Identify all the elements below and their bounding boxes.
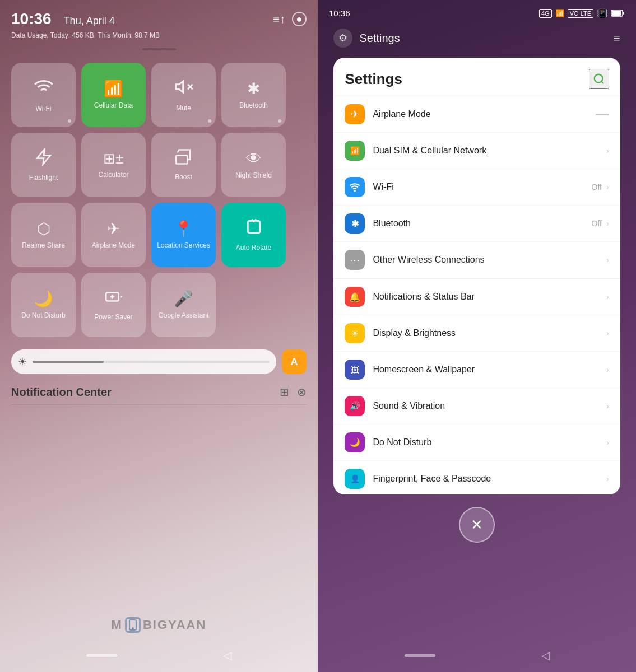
close-icon: ✕	[471, 516, 483, 534]
settings-menu-icon[interactable]: ≡	[614, 32, 620, 45]
vibrate-icon: 📳	[597, 8, 608, 18]
search-button[interactable]	[589, 69, 609, 89]
homescreen-chevron: ›	[606, 365, 609, 374]
auto-brightness-button[interactable]: A	[282, 349, 307, 374]
notification-clear-icon[interactable]: ⊗	[297, 385, 307, 399]
svg-rect-15	[623, 12, 624, 15]
tile-dnd[interactable]: 🌙 Do Not Disturb	[11, 273, 76, 337]
vo-lte-icon: VO LTE	[568, 9, 593, 18]
notification-center-title: Notification Center	[11, 386, 112, 399]
tile-airplane[interactable]: ✈ Airplane Mode	[81, 203, 146, 267]
record-icon: ●	[292, 12, 307, 26]
realme-icon: ⬡	[37, 220, 50, 238]
settings-item-dnd[interactable]: 🌙 Do Not Disturb ›	[333, 424, 620, 461]
boost-icon	[175, 148, 192, 170]
wifi-icon	[34, 77, 54, 101]
watermark: M BIGYAAN	[112, 617, 207, 633]
home-pill-right[interactable]	[405, 654, 435, 657]
svg-point-12	[132, 628, 133, 629]
brightness-track[interactable]	[33, 361, 270, 363]
watermark-phone-icon	[125, 617, 141, 633]
chevron-icon: ›	[606, 329, 609, 338]
settings-item-fingerprint[interactable]: 👤 Fingerprint, Face & Passcode ›	[333, 461, 620, 494]
status-icons-left: ≡↑ ●	[273, 12, 307, 26]
tile-realme-label: Realme Share	[22, 241, 65, 250]
date-left: Thu, April 4	[64, 15, 115, 27]
chevron-icon: ›	[606, 146, 609, 155]
tile-google-assistant[interactable]: 🎤 Google Assistant	[151, 273, 216, 337]
fingerprint-chevron: ›	[606, 474, 609, 483]
settings-item-airplane[interactable]: ✈ Airplane Mode	[333, 96, 620, 133]
tile-wifi[interactable]: Wi-Fi	[11, 63, 76, 127]
tile-cellular[interactable]: 📶 Cellular Data	[81, 63, 146, 127]
tile-bluetooth-label: Bluetooth	[239, 101, 268, 110]
home-pill-left[interactable]	[86, 654, 117, 657]
settings-item-display[interactable]: ☀ Display & Brightness ›	[333, 315, 620, 352]
chevron-icon: ›	[606, 438, 609, 447]
tile-location[interactable]: 📍 Location Services	[151, 203, 216, 267]
dual-sim-icon: 📶	[345, 141, 365, 161]
dual-sim-chevron: ›	[606, 146, 609, 155]
left-panel: 10:36 Thu, April 4 ≡↑ ● Data Usage, Toda…	[0, 0, 318, 672]
chevron-icon: ›	[606, 365, 609, 374]
settings-item-wireless[interactable]: ⋯ Other Wireless Connections ›	[333, 242, 620, 279]
notification-manage-icon[interactable]: ⊞	[280, 385, 289, 399]
back-button-right[interactable]: ◁	[541, 648, 550, 662]
settings-item-dual-sim[interactable]: 📶 Dual SIM & Cellular Network ›	[333, 133, 620, 169]
location-icon: 📍	[174, 220, 193, 238]
chevron-icon: ›	[606, 183, 609, 192]
settings-list: ✈ Airplane Mode 📶 Dual SIM & Cellular Ne…	[333, 96, 620, 494]
wifi-settings-icon	[345, 177, 365, 197]
tile-boost-label: Boost	[175, 173, 192, 182]
settings-item-homescreen[interactable]: 🖼 Homescreen & Wallpaper ›	[333, 352, 620, 388]
power-saver-icon	[105, 288, 122, 310]
settings-app-title: Settings	[359, 32, 400, 45]
wireless-chevron: ›	[606, 255, 609, 264]
tile-night-label: Night Shield	[235, 171, 272, 180]
watermark-m: M	[112, 618, 123, 632]
status-bar-left: 10:36 Thu, April 4 ≡↑ ● Data Usage, Toda…	[0, 0, 318, 44]
tile-auto-rotate[interactable]: Auto Rotate	[221, 203, 286, 267]
notification-header: Notification Center ⊞ ⊗	[11, 385, 307, 405]
auto-rotate-icon	[245, 218, 263, 240]
battery-icon	[611, 10, 625, 17]
flashlight-icon	[35, 148, 53, 170]
settings-item-notifications[interactable]: 🔔 Notifications & Status Bar ›	[333, 279, 620, 315]
wifi-status: Off ›	[592, 183, 609, 192]
settings-item-wifi[interactable]: Wi-Fi Off ›	[333, 169, 620, 206]
settings-card: Settings ✈ Airplane Mode	[333, 58, 620, 494]
settings-item-sound[interactable]: 🔊 Sound & Vibration ›	[333, 388, 620, 424]
tile-realme-share[interactable]: ⬡ Realme Share	[11, 203, 76, 267]
tile-calculator[interactable]: ⊞± Calculator	[81, 133, 146, 197]
tile-power-saver[interactable]: Power Saver	[81, 273, 146, 337]
fingerprint-icon: 👤	[345, 469, 365, 489]
homescreen-icon: 🖼	[345, 360, 365, 380]
brightness-container[interactable]: ☀	[11, 349, 276, 374]
cellular-icon: 📶	[104, 80, 123, 98]
wireless-icon: ⋯	[345, 250, 365, 270]
tile-bluetooth[interactable]: ✱ Bluetooth	[221, 63, 286, 127]
svg-marker-1	[175, 81, 183, 92]
airplane-toggle[interactable]	[596, 114, 609, 115]
bluetooth-settings-label: Bluetooth	[373, 218, 583, 228]
tile-night-shield[interactable]: 👁 Night Shield	[221, 133, 286, 197]
brightness-icon: ☀	[18, 356, 27, 368]
settings-item-bluetooth[interactable]: ✱ Bluetooth Off ›	[333, 206, 620, 242]
settings-inner: Settings ✈ Airplane Mode	[333, 58, 620, 494]
back-button-left[interactable]: ◁	[223, 648, 231, 662]
right-panel: 10:36 4G 📶 VO LTE 📳 ⚙ Settings ≡	[318, 0, 636, 672]
notifications-chevron: ›	[606, 292, 609, 301]
chevron-icon: ›	[606, 255, 609, 264]
close-button[interactable]: ✕	[459, 507, 495, 543]
tile-flashlight[interactable]: Flashlight	[11, 133, 76, 197]
tile-mute[interactable]: Mute	[151, 63, 216, 127]
tile-boost[interactable]: Boost	[151, 133, 216, 197]
signal-bars-icon: 📶	[555, 9, 564, 17]
tiles-grid: Wi-Fi 📶 Cellular Data Mute ✱ Bluetooth	[0, 55, 318, 345]
chevron-icon: ›	[606, 219, 609, 228]
settings-topbar-left: ⚙ Settings	[333, 29, 400, 48]
settings-main-title: Settings	[345, 71, 402, 88]
signal-4g-icon: 4G	[539, 9, 552, 18]
svg-rect-5	[176, 155, 187, 164]
tile-flashlight-label: Flashlight	[29, 174, 58, 183]
